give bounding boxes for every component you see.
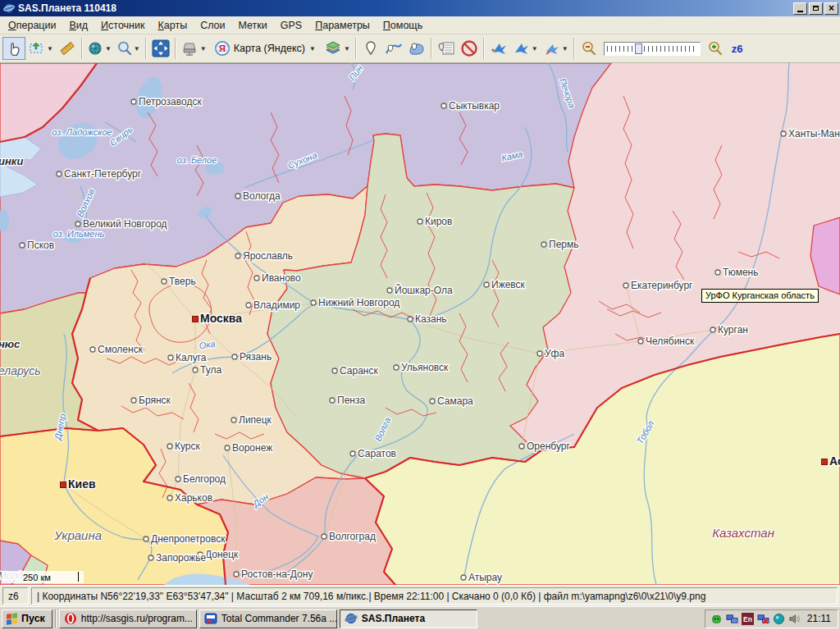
- region-label: Казахстан: [712, 526, 774, 540]
- layers-icon: [323, 40, 343, 57]
- city-label: Киев: [68, 477, 96, 491]
- layers-button[interactable]: ▼: [321, 37, 353, 60]
- city-marker: Екатеринбург: [623, 280, 693, 291]
- menu-item-Параметры[interactable]: Параметры: [308, 17, 377, 34]
- city-marker: Ростов-на-Дону: [234, 568, 313, 580]
- disable-button[interactable]: [458, 37, 481, 60]
- taskbar-separator: [55, 609, 57, 628]
- city-label: Екатеринбург: [631, 280, 693, 291]
- city-label: Воронеж: [232, 442, 272, 454]
- region-label: еларусь: [0, 364, 41, 377]
- svg-text:En: En: [743, 615, 752, 623]
- zoom-out-button[interactable]: [578, 37, 600, 60]
- zoom-tool-button[interactable]: ▼: [114, 37, 143, 60]
- toolbar-separator: [81, 38, 83, 59]
- toolbar-separator: [573, 38, 575, 59]
- task-label: http://sasgis.ru/program...: [81, 613, 193, 624]
- task-button-sas-planeta[interactable]: SAS.Планета: [340, 609, 477, 628]
- map-source-selector[interactable]: Я Карта (Яндекс) ▼: [209, 37, 321, 60]
- magnifier-icon: [116, 40, 133, 57]
- menu-item-Метки[interactable]: Метки: [232, 17, 274, 34]
- city-marker: Вологда: [235, 190, 281, 202]
- download-manager-button[interactable]: ▼: [179, 37, 209, 60]
- city-marker: Ярославль: [235, 250, 293, 262]
- fullscreen-button[interactable]: [149, 37, 172, 60]
- city-label: Астана: [829, 454, 840, 468]
- city-label: Йошкар-Ола: [395, 284, 453, 296]
- city-label: Калуга: [176, 352, 207, 363]
- close-button[interactable]: ×: [824, 2, 838, 15]
- city-label: Челябинск: [646, 336, 695, 347]
- add-path-button[interactable]: [382, 37, 405, 60]
- hand-icon: [6, 40, 22, 57]
- task-label: Total Commander 7.56a ...: [221, 613, 337, 624]
- task-button-opera[interactable]: http://sasgis.ru/program...: [59, 609, 197, 628]
- lang-indicator-en[interactable]: En: [742, 613, 754, 625]
- toolbar-separator: [431, 38, 432, 59]
- water-label: оз. Ладожское: [52, 127, 112, 137]
- title-bar[interactable]: SAS.Планета 110418 ×: [0, 0, 840, 16]
- polygon-icon: [408, 40, 426, 57]
- map-canvas[interactable]: ПетрозаводскСыктывкарСанкт-ПетербургВоло…: [0, 63, 840, 585]
- chevron-down-icon: ▼: [134, 45, 140, 52]
- city-marker: Саратов: [350, 448, 396, 459]
- pan-hand-tool-button[interactable]: [2, 37, 25, 60]
- region-label: инки: [0, 155, 23, 167]
- city-label: Волгоград: [329, 531, 376, 542]
- city-marker: Белгород: [176, 473, 226, 485]
- scale-bar: 250 км: [2, 571, 84, 583]
- fullscreen-arrows-icon: [152, 39, 170, 57]
- menu-item-Источник[interactable]: Источник: [94, 17, 151, 34]
- menu-item-GPS[interactable]: GPS: [274, 17, 308, 34]
- zoom-slider-thumb[interactable]: [635, 43, 642, 54]
- placemark-manager-button[interactable]: [435, 37, 458, 60]
- city-label: Ульяновск: [401, 362, 449, 373]
- city-marker: Ханты-Мансийск: [781, 128, 840, 139]
- network-error-icon[interactable]: [757, 613, 769, 625]
- minimize-button[interactable]: [793, 2, 807, 15]
- messenger-icon[interactable]: [710, 613, 723, 625]
- chevron-down-icon: ▼: [200, 45, 207, 52]
- app-ball-icon[interactable]: [773, 613, 785, 625]
- add-placemark-button[interactable]: [359, 37, 382, 60]
- city-marker: Волгоград: [322, 531, 376, 542]
- city-label: Запорожье: [156, 552, 207, 564]
- city-marker: Великий Новгород: [75, 218, 167, 230]
- menu-item-Вид[interactable]: Вид: [62, 17, 94, 34]
- chevron-down-icon: ▼: [47, 45, 53, 52]
- city-label: Донецк: [205, 549, 239, 560]
- toolbar: ▼ ▼ ▼: [0, 34, 840, 63]
- scale-bar-label: 250 км: [23, 573, 51, 582]
- selection-tool-button[interactable]: ▼: [25, 37, 56, 60]
- restore-button[interactable]: [809, 2, 823, 15]
- city-label: Тюмень: [723, 267, 758, 278]
- chevron-down-icon: ▼: [105, 45, 112, 52]
- task-button-total-commander[interactable]: Total Commander 7.56a ...: [199, 609, 337, 628]
- fly-icon: [490, 40, 508, 57]
- opera-icon: [64, 612, 77, 625]
- menu-item-Операции[interactable]: Операции: [2, 17, 62, 34]
- water-label: оз. Белое: [177, 155, 217, 165]
- city-label: Иваново: [262, 272, 301, 284]
- ruler-tool-button[interactable]: [56, 37, 79, 60]
- city-label: Ярославль: [243, 250, 293, 262]
- menu-item-Слои[interactable]: Слои: [194, 17, 231, 34]
- city-label: Пенза: [337, 395, 365, 406]
- network-icon[interactable]: [726, 613, 738, 625]
- zoom-in-button[interactable]: [704, 37, 727, 60]
- city-marker: Оренбург: [519, 441, 570, 452]
- goto-previous-button[interactable]: [487, 37, 510, 60]
- menu-item-Помощь[interactable]: Помощь: [377, 17, 429, 34]
- city-label: Вологда: [243, 190, 281, 202]
- menu-item-Карты[interactable]: Карты: [151, 17, 194, 34]
- zoom-slider[interactable]: [604, 42, 701, 56]
- city-label: Брянск: [139, 395, 171, 406]
- add-polygon-button[interactable]: [405, 37, 428, 60]
- volume-icon[interactable]: [788, 613, 801, 625]
- goto-search-button[interactable]: ▼: [541, 37, 571, 60]
- start-button[interactable]: Пуск: [2, 609, 52, 628]
- goto-position-button[interactable]: ▼: [510, 37, 541, 60]
- map-tooltip: УрФО Курганская область: [701, 289, 819, 303]
- dark-globe-button[interactable]: ▼: [85, 37, 114, 60]
- city-marker: Санкт-Петербург: [57, 168, 142, 180]
